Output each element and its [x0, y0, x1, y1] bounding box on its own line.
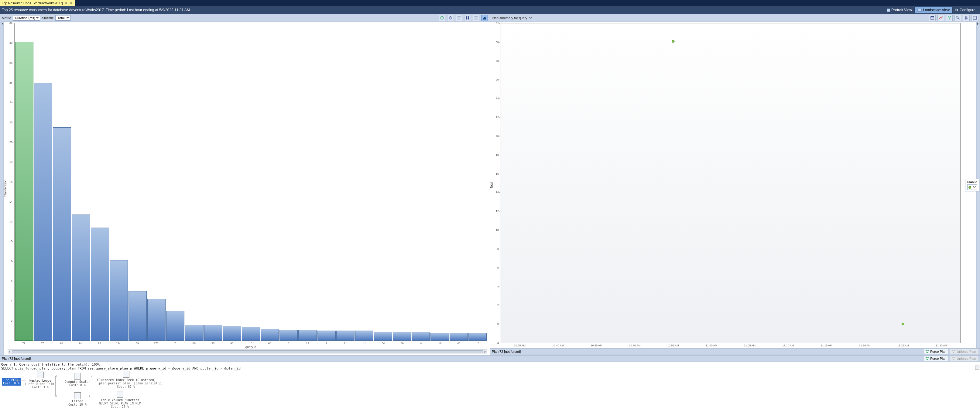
tab-title: Top Resource Cons...ventureWorks2017]	[2, 1, 63, 5]
bar[interactable]	[223, 326, 241, 341]
bar[interactable]	[72, 215, 90, 341]
landscape-icon	[918, 9, 922, 11]
bar[interactable]	[412, 332, 430, 341]
zoom-button[interactable]	[955, 15, 961, 21]
svg-rect-21	[973, 16, 977, 19]
bar[interactable]	[242, 327, 260, 341]
svg-rect-16	[931, 16, 934, 18]
tab-strip: Top Resource Cons...ventureWorks2017] ⇳ …	[0, 0, 980, 6]
view-queries-button[interactable]	[929, 15, 935, 21]
statistic-label: Statistic	[42, 16, 54, 20]
legend-item[interactable]: 72	[967, 185, 977, 190]
bar[interactable]	[185, 325, 203, 341]
bar[interactable]	[317, 331, 336, 341]
bar[interactable]	[374, 332, 392, 341]
svg-point-25	[952, 350, 953, 351]
metric-combo[interactable]: Duration (ms)	[13, 15, 40, 21]
page-title: Top 25 resource consumers for database A…	[2, 8, 190, 12]
bar[interactable]	[298, 330, 317, 341]
bar[interactable]	[15, 42, 33, 341]
svg-rect-13	[484, 17, 485, 19]
plan-header: Plan 72 [not forced] Force Plan Unforce …	[490, 348, 980, 355]
compare-button[interactable]	[937, 15, 944, 21]
svg-rect-8	[468, 18, 469, 19]
metric-label: Metric	[2, 16, 11, 20]
svg-rect-11	[474, 19, 478, 19]
svg-point-24	[926, 352, 928, 353]
chart-view-button[interactable]	[481, 15, 488, 21]
bar[interactable]	[204, 325, 223, 341]
plan-title: Plan 72 [not forced]	[492, 350, 521, 353]
svg-point-1	[450, 18, 451, 18]
svg-rect-3	[458, 18, 461, 18]
expand-button[interactable]	[972, 15, 978, 21]
bar[interactable]	[261, 329, 279, 341]
bar[interactable]	[280, 330, 298, 341]
configure-button[interactable]: ⚙ Configure	[952, 7, 978, 13]
bar[interactable]	[53, 127, 71, 341]
plan-button[interactable]	[946, 15, 953, 21]
bar[interactable]	[468, 333, 487, 341]
bar[interactable]	[147, 299, 165, 341]
left-toolbar: Metric Duration (ms) Statistic Total	[0, 14, 490, 22]
svg-rect-9	[474, 16, 478, 17]
svg-point-20	[956, 16, 958, 18]
unforce-plan-button: Unforce Plan	[950, 349, 978, 354]
bar[interactable]	[393, 332, 411, 341]
grid-view-button[interactable]	[464, 15, 471, 21]
bar[interactable]	[129, 291, 147, 341]
force-plan-button[interactable]: Force Plan	[923, 349, 948, 354]
landscape-view-button[interactable]: Landscape View	[915, 7, 952, 13]
document-tab[interactable]: Top Resource Cons...ventureWorks2017] ⇳ …	[0, 0, 75, 6]
svg-point-26	[954, 350, 955, 351]
svg-point-27	[953, 352, 954, 353]
close-icon[interactable]: ✕	[69, 1, 73, 5]
right-toolbar: Plan summary for query 72	[490, 14, 980, 22]
bar[interactable]	[34, 83, 52, 341]
scatter-chart[interactable]: 32-30-28-26-24-22-20-18-16-14-12-10-8-6-…	[501, 23, 961, 343]
bar-chart[interactable]: 32-30-28-26-24-22-20-18-16-14-12-10-8-6-…	[14, 23, 487, 341]
legend-swatch-icon	[969, 186, 971, 189]
plan-summary-title: Plan summary for query 72	[492, 16, 532, 20]
bar[interactable]	[450, 333, 468, 341]
bar[interactable]	[336, 331, 355, 341]
portrait-view-button[interactable]: Portrait View	[884, 7, 915, 13]
y-axis-label: total duration	[4, 22, 7, 355]
plan-legend: Plan Id 72	[965, 179, 979, 191]
statistic-combo[interactable]: Total	[55, 15, 70, 21]
svg-rect-7	[466, 18, 467, 19]
bar[interactable]	[110, 260, 128, 341]
svg-rect-14	[485, 18, 486, 19]
collapse-left-strip[interactable]	[0, 22, 4, 355]
data-point[interactable]	[672, 40, 675, 43]
svg-rect-6	[468, 16, 469, 18]
list-view-button[interactable]	[473, 15, 479, 21]
svg-rect-4	[458, 19, 460, 19]
chart-hscroll[interactable]	[8, 349, 487, 354]
bar[interactable]	[91, 228, 109, 341]
portrait-icon	[887, 8, 890, 12]
refresh-button[interactable]	[439, 15, 445, 21]
svg-point-23	[928, 350, 929, 351]
svg-rect-12	[483, 18, 484, 19]
page-header: Top 25 resource consumers for database A…	[0, 6, 980, 14]
grid-button[interactable]	[963, 15, 970, 21]
bar[interactable]	[355, 331, 373, 341]
scatter-y-axis-label: Total	[490, 22, 493, 348]
bar[interactable]	[430, 333, 449, 341]
pin-icon[interactable]: ⇳	[65, 1, 67, 5]
bar[interactable]	[166, 311, 185, 341]
detail-button[interactable]	[456, 15, 462, 21]
svg-rect-5	[466, 16, 467, 18]
svg-point-22	[926, 350, 927, 351]
gear-icon: ⚙	[955, 8, 958, 12]
track-button[interactable]	[447, 15, 454, 21]
data-point[interactable]	[902, 323, 904, 325]
svg-rect-10	[474, 18, 478, 18]
svg-rect-2	[458, 16, 461, 17]
x-axis-label: query id	[14, 345, 487, 349]
